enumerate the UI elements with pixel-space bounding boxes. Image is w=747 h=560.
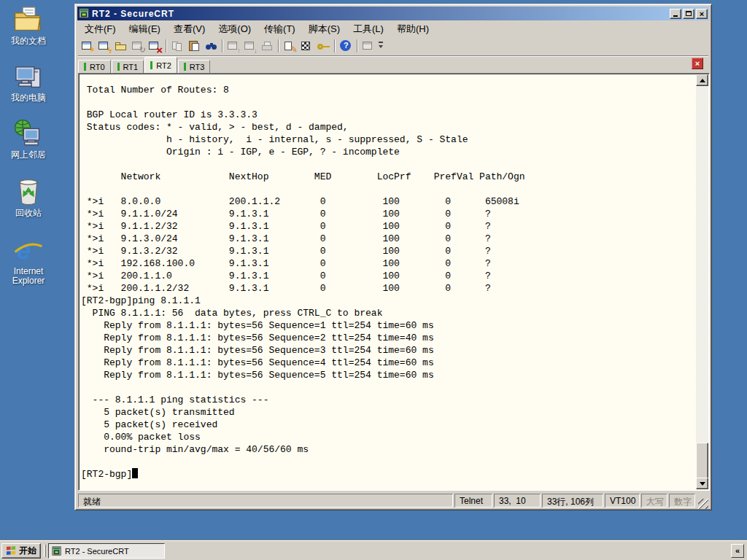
desktop-icon-internet-explorer[interactable]: e Internet Explorer — [1, 235, 55, 286]
quick-connect-icon[interactable] — [96, 38, 113, 54]
close-icon: × — [700, 10, 704, 18]
start-button[interactable]: 开始 — [1, 543, 41, 559]
desktop-icon-label: Internet Explorer — [1, 267, 55, 286]
disconnect-icon[interactable] — [147, 38, 163, 54]
tab-rt0[interactable]: RT0 — [78, 60, 111, 73]
terminal-line: Reply from 8.1.1.1: bytes=56 Sequence=5 … — [81, 369, 696, 381]
scroll-up-button[interactable] — [696, 74, 708, 86]
recycle-bin-icon — [13, 176, 44, 207]
terminal-line: Reply from 8.1.1.1: bytes=56 Sequence=1 … — [81, 319, 696, 332]
toolbar-separator — [166, 39, 167, 52]
zmodem-download-icon[interactable] — [242, 38, 259, 54]
menu-file[interactable]: 文件(F) — [78, 21, 123, 37]
desktop-icon-my-documents[interactable]: 我的文档 — [1, 4, 55, 46]
terminal-line: *>i 9.1.3.2/32 9.1.3.1 0 100 0 ? — [81, 245, 696, 257]
quick-connect-glyph — [98, 40, 112, 52]
tab-rt2[interactable]: RT2 — [144, 57, 177, 73]
tab-strip: RT0RT1RT2RT3 — [78, 56, 211, 73]
desktop-icon-label: 我的文档 — [1, 36, 55, 46]
print-icon[interactable] — [259, 38, 276, 54]
status-cursor-position: 33, 10 — [494, 494, 541, 508]
connect-icon[interactable] — [113, 38, 130, 54]
terminal-screen[interactable]: Total Number of Routes: 8 BGP Local rout… — [80, 74, 696, 489]
new-session-glyph — [81, 40, 95, 52]
windows-logo-icon — [6, 546, 17, 556]
terminal-line: Reply from 8.1.1.1: bytes=56 Sequence=2 … — [81, 332, 696, 344]
status-num-lock: 数字 — [669, 494, 695, 508]
terminal-prompt-line: [RT2-bgp] — [81, 468, 696, 481]
find-glyph — [204, 40, 218, 52]
reconnect-icon[interactable] — [130, 38, 147, 54]
vertical-scrollbar[interactable] — [696, 74, 708, 489]
maximize-button[interactable] — [683, 9, 694, 19]
minimize-button[interactable] — [670, 9, 681, 19]
find-icon[interactable] — [203, 38, 220, 54]
taskbar-divider — [44, 545, 46, 557]
menu-tools[interactable]: 工具(L) — [347, 21, 390, 37]
tab-rt1[interactable]: RT1 — [112, 60, 144, 73]
session-options-icon[interactable] — [282, 38, 298, 54]
terminal-line — [81, 183, 696, 195]
scroll-down-button[interactable] — [696, 478, 708, 489]
terminal-area[interactable]: Total Number of Routes: 8 BGP Local rout… — [78, 73, 710, 491]
toolbar — [78, 36, 708, 56]
new-session-icon[interactable] — [80, 38, 96, 54]
paste-icon[interactable] — [186, 38, 203, 54]
terminal-line — [81, 456, 696, 468]
terminal-line: Total Number of Routes: 8 — [81, 84, 696, 96]
desktop-icon-network-places[interactable]: 网上邻居 — [1, 118, 55, 160]
tab-close-button[interactable]: × — [692, 58, 703, 69]
help-glyph — [339, 40, 353, 52]
tab-connected-indicator — [117, 63, 120, 71]
status-caps-lock: 大写 — [641, 494, 667, 508]
task-label: RT2 - SecureCRT — [65, 547, 129, 556]
menu-view[interactable]: 查看(V) — [167, 21, 212, 37]
keymap-glyph — [300, 40, 314, 52]
desktop-icon-my-computer[interactable]: 我的电脑 — [1, 61, 55, 103]
status-emulation: VT100 — [605, 494, 640, 508]
session-options-glyph — [283, 40, 297, 52]
help-icon[interactable] — [338, 38, 355, 54]
menu-edit[interactable]: 编辑(E) — [123, 21, 167, 37]
zmodem-upload-icon[interactable] — [225, 38, 242, 54]
my-computer-icon — [13, 61, 44, 92]
minimize-icon — [673, 15, 678, 17]
tray-chevron-button[interactable]: « — [731, 544, 744, 558]
maximize-icon — [686, 11, 692, 16]
status-ready: 就绪 — [78, 494, 453, 508]
tab-rt3[interactable]: RT3 — [178, 60, 211, 73]
tab-connected-indicator — [84, 63, 86, 71]
menu-script[interactable]: 脚本(S) — [302, 21, 347, 37]
close-button[interactable]: × — [696, 9, 708, 19]
terminal-line: *>i 200.1.1.0 9.1.3.1 0 100 0 ? — [81, 270, 696, 282]
terminal-output: Total Number of Routes: 8 BGP Local rout… — [81, 84, 696, 468]
my-documents-icon — [13, 4, 44, 35]
taskbar-task-securecrt[interactable]: RT2 - SecureCRT — [48, 543, 165, 559]
tab-connected-indicator — [150, 61, 152, 69]
keymap-icon[interactable] — [298, 38, 315, 54]
terminal-line — [81, 381, 696, 394]
desktop-icon-label: 我的电脑 — [1, 93, 55, 103]
toolbar-overflow-button[interactable] — [377, 38, 385, 54]
menu-transfer[interactable]: 传输(T) — [258, 21, 302, 37]
resize-grip[interactable] — [698, 499, 708, 509]
terminal-line: 5 packet(s) transmitted — [81, 406, 696, 419]
scrollbar-thumb[interactable] — [696, 443, 708, 480]
network-places-icon — [13, 118, 44, 149]
terminal-cursor — [132, 468, 138, 478]
zmodem-download-glyph — [244, 40, 258, 52]
key-icon[interactable] — [315, 38, 332, 54]
copy-icon[interactable] — [169, 38, 186, 54]
start-label: 开始 — [19, 545, 36, 557]
terminal-line — [81, 158, 696, 171]
terminal-line: *>i 9.1.3.0/24 9.1.3.1 0 100 0 ? — [81, 233, 696, 245]
title-bar[interactable]: RT2 - SecureCRT × — [77, 7, 709, 20]
desktop-icon-recycle-bin[interactable]: 回收站 — [1, 176, 55, 218]
tab-bar: RT0RT1RT2RT3 × — [78, 56, 708, 73]
menu-help[interactable]: 帮助(H) — [390, 21, 436, 37]
menu-options[interactable]: 选项(O) — [212, 21, 258, 37]
terminal-line: Origin : i - IGP, e - EGP, ? - incomplet… — [81, 146, 696, 158]
tab-label: RT0 — [90, 63, 105, 71]
desktop-icon-label: 回收站 — [1, 209, 55, 218]
session-window-icon[interactable] — [360, 38, 377, 54]
